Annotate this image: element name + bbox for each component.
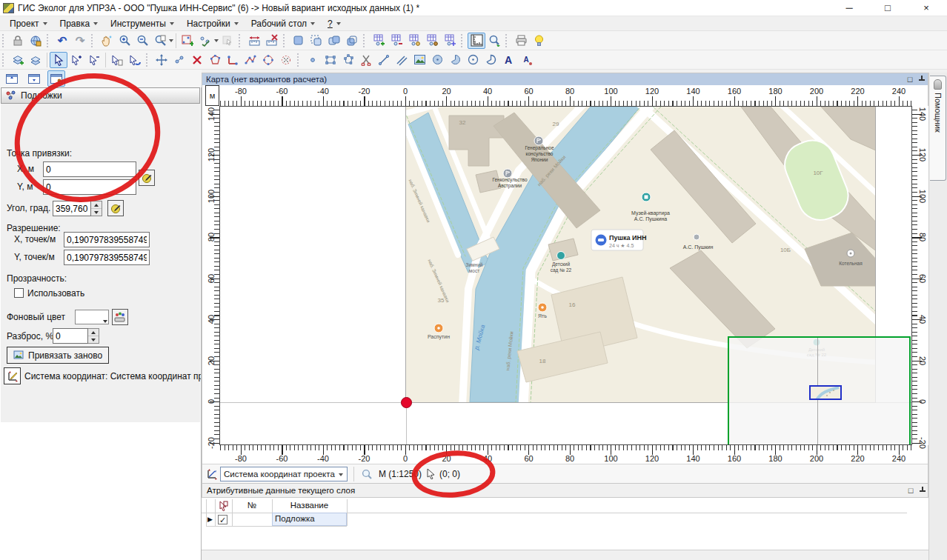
measure-icon[interactable] bbox=[245, 33, 263, 49]
apply-node-icon[interactable] bbox=[196, 33, 214, 49]
zoom-menu-caret[interactable] bbox=[169, 39, 173, 42]
layers-icon[interactable] bbox=[27, 52, 44, 68]
menu-edit[interactable]: Правка bbox=[53, 17, 104, 30]
draw-circle-filled-icon[interactable] bbox=[428, 52, 446, 68]
layer-checkbox[interactable]: ✓ bbox=[218, 515, 227, 524]
binding-point-icon[interactable] bbox=[405, 33, 423, 49]
add-node-icon[interactable] bbox=[179, 33, 196, 49]
measure-delete-icon[interactable] bbox=[263, 33, 281, 49]
coord-transform-icon[interactable] bbox=[206, 468, 219, 481]
pick-anchor-button[interactable] bbox=[139, 170, 155, 186]
draw-rectangle-icon[interactable] bbox=[322, 52, 339, 68]
zoom-in-icon[interactable] bbox=[116, 33, 133, 49]
menu-project[interactable]: Проект bbox=[3, 17, 53, 30]
toolbar-grip[interactable] bbox=[2, 53, 6, 67]
toolbar-grip[interactable] bbox=[461, 34, 465, 47]
helper-tab[interactable]: Помощник bbox=[930, 76, 946, 181]
toolbar-grip[interactable] bbox=[283, 34, 287, 47]
window-dock-bottom-icon[interactable] bbox=[25, 70, 43, 87]
binding-edit-icon[interactable] bbox=[423, 33, 441, 49]
insert-image-icon[interactable] bbox=[411, 52, 428, 68]
menu-help[interactable]: ? bbox=[321, 17, 347, 30]
toolbar-grip[interactable] bbox=[47, 34, 50, 47]
pick-angle-button[interactable] bbox=[107, 200, 124, 216]
minimize-button[interactable]: ─ bbox=[839, 2, 860, 13]
grid-circle-icon[interactable] bbox=[277, 52, 295, 68]
undo-icon[interactable]: ↶ bbox=[53, 33, 71, 49]
project-lock-icon[interactable] bbox=[9, 33, 27, 49]
snap-corner-icon[interactable] bbox=[224, 52, 242, 68]
window-panel-icon[interactable] bbox=[47, 70, 65, 87]
move-icon[interactable] bbox=[153, 52, 170, 68]
angle-input[interactable] bbox=[53, 201, 91, 216]
layers-add-icon[interactable] bbox=[9, 52, 27, 68]
coord-system-select[interactable]: Система координат проекта bbox=[220, 467, 348, 481]
pan-hand-icon[interactable] bbox=[98, 33, 116, 49]
circle-points-icon[interactable] bbox=[259, 52, 277, 68]
angle-spinner[interactable] bbox=[91, 201, 102, 216]
draw-sector-filled-icon[interactable] bbox=[446, 52, 464, 68]
draw-line-icon[interactable] bbox=[375, 52, 393, 68]
attr-maximize-icon[interactable]: □ bbox=[906, 485, 916, 496]
map-pin-icon[interactable] bbox=[918, 76, 926, 83]
binding-move-icon[interactable] bbox=[441, 33, 459, 49]
background-grid-icon[interactable] bbox=[468, 33, 485, 49]
region-select-icon[interactable] bbox=[308, 33, 325, 49]
spread-spinner[interactable] bbox=[88, 328, 99, 344]
bg-color-swatch[interactable] bbox=[75, 310, 109, 324]
text-point-icon[interactable]: A bbox=[517, 52, 535, 68]
select-cursor-icon[interactable] bbox=[50, 52, 67, 68]
edit-polygon-icon[interactable] bbox=[206, 52, 224, 68]
y-input[interactable] bbox=[43, 179, 136, 195]
draw-point-icon[interactable] bbox=[304, 52, 322, 68]
use-transparency-checkbox[interactable] bbox=[14, 288, 24, 298]
menu-settings[interactable]: Настройки bbox=[180, 17, 245, 30]
map-maximize-icon[interactable]: □ bbox=[905, 74, 915, 84]
draw-circle-outline-icon[interactable] bbox=[464, 52, 482, 68]
toolbar-grip[interactable] bbox=[239, 34, 242, 47]
origin-point-marker[interactable] bbox=[401, 397, 412, 408]
region-stack-icon[interactable] bbox=[343, 33, 361, 49]
bg-color-pick-button[interactable] bbox=[112, 309, 128, 325]
hint-bulb-icon[interactable] bbox=[530, 33, 548, 49]
move-nodes-icon[interactable] bbox=[170, 52, 188, 68]
delete-icon[interactable] bbox=[188, 52, 206, 68]
select-save-cursor-icon[interactable] bbox=[126, 52, 144, 68]
toolbar-grip[interactable] bbox=[91, 34, 95, 47]
window-dock-top-icon[interactable] bbox=[3, 70, 21, 87]
res-y-input[interactable] bbox=[64, 250, 150, 265]
toolbar-grip[interactable] bbox=[505, 34, 509, 47]
x-input[interactable] bbox=[43, 161, 136, 177]
edit-polyline-icon[interactable] bbox=[242, 52, 259, 68]
draw-parallel-lines-icon[interactable] bbox=[393, 52, 411, 68]
toolbar-grip[interactable] bbox=[2, 34, 6, 47]
cut-icon[interactable] bbox=[357, 52, 375, 68]
res-x-input[interactable] bbox=[64, 232, 150, 247]
close-button[interactable]: × bbox=[916, 2, 937, 13]
spread-input[interactable] bbox=[53, 328, 88, 344]
overview-extent-rect[interactable] bbox=[809, 385, 842, 400]
globe-save-icon[interactable] bbox=[27, 33, 44, 49]
overview-box[interactable] bbox=[728, 336, 911, 445]
binding-remove-icon[interactable] bbox=[388, 33, 405, 49]
column-header-number[interactable]: № bbox=[232, 501, 272, 513]
maximize-button[interactable]: □ bbox=[877, 2, 898, 13]
zoom-go-icon[interactable] bbox=[485, 33, 503, 49]
draw-sector-outline-icon[interactable] bbox=[482, 52, 499, 68]
toolbar-grip[interactable] bbox=[297, 53, 301, 67]
map-canvas[interactable]: Пушка ИНН 24 ч ★ 4.5 32 29 35 16 18 10Б … bbox=[219, 106, 912, 445]
coord-system-edit-icon[interactable] bbox=[4, 367, 21, 384]
menu-desktop[interactable]: Рабочий стол bbox=[245, 17, 321, 30]
scale-zoom-icon[interactable] bbox=[361, 468, 373, 480]
attr-pin-icon[interactable] bbox=[919, 487, 926, 494]
column-header-name[interactable]: Название bbox=[272, 501, 347, 513]
select-remove-cursor-icon[interactable] bbox=[85, 52, 103, 68]
draw-polygon-icon[interactable] bbox=[339, 52, 357, 68]
region-copy-icon[interactable] bbox=[325, 33, 343, 49]
toolbar-grip[interactable] bbox=[146, 53, 150, 67]
select-page-cursor-icon[interactable] bbox=[108, 52, 126, 68]
layer-name-cell[interactable]: Подложка bbox=[272, 513, 347, 526]
menu-tools[interactable]: Инструменты bbox=[104, 17, 180, 30]
binding-add-icon[interactable] bbox=[370, 33, 388, 49]
zoom-extent-icon[interactable] bbox=[151, 33, 169, 49]
